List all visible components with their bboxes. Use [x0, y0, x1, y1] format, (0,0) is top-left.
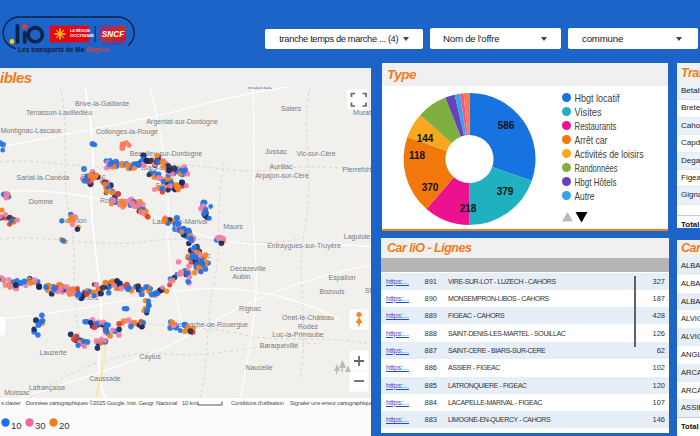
svg-text:370: 370 [422, 182, 439, 193]
svg-text:Caussade: Caussade [89, 375, 121, 382]
svg-text:Arrêt car: Arrêt car [575, 134, 608, 146]
svg-text:Villefranche-de-Rouergue: Villefranche-de-Rouergue [168, 321, 248, 329]
svg-text:144: 144 [417, 133, 434, 144]
svg-text:Murat: Murat [353, 109, 371, 116]
svg-text:Bozouls: Bozouls [320, 288, 345, 295]
svg-text:586: 586 [498, 120, 515, 131]
svg-text:Naucelle: Naucelle [245, 364, 272, 371]
svg-text:Aubin: Aubin [233, 273, 251, 280]
svg-text:Baraqueville: Baraqueville [260, 342, 299, 350]
svg-text:Jussac: Jussac [265, 148, 287, 155]
svg-text:Entraygues-sur-Truyère: Entraygues-sur-Truyère [267, 242, 341, 250]
svg-text:Luc-la-Primaube: Luc-la-Primaube [272, 331, 323, 338]
svg-text:St-Ge: St-Ge [365, 287, 371, 294]
svg-text:379: 379 [497, 186, 514, 197]
svg-text:Brive-la-Gaillarde: Brive-la-Gaillarde [75, 100, 129, 107]
svg-text:Restaurants: Restaurants [575, 120, 617, 132]
svg-text:Argentat-sur-Dordogne: Argentat-sur-Dordogne [146, 118, 218, 126]
svg-text:Moissac: Moissac [4, 389, 30, 396]
svg-text:Rignac: Rignac [239, 305, 261, 313]
svg-text:Vic-sur-Cère: Vic-sur-Cère [296, 150, 335, 157]
svg-text:Pierrefort: Pierrefort [343, 166, 371, 173]
svg-text:Lauzerte: Lauzerte [39, 349, 66, 356]
svg-text:Aurillac: Aurillac [270, 163, 293, 170]
svg-text:Arpajon-sur-Cère: Arpajon-sur-Cère [255, 172, 309, 180]
svg-text:Collonges-la-Rouge: Collonges-la-Rouge [96, 128, 158, 136]
svg-text:Salers: Salers [281, 105, 301, 112]
svg-text:Hbgt Hôtels: Hbgt Hôtels [575, 176, 617, 188]
svg-text:SNCF: SNCF [102, 30, 125, 39]
svg-text:Onet-le-Château: Onet-le-Château [282, 314, 334, 321]
svg-text:Lafrançaise: Lafrançaise [29, 384, 65, 392]
svg-text:Montignac-Lascaux: Montignac-Lascaux [1, 127, 62, 135]
svg-text:Les transports de Ma Région: Les transports de Ma Région [18, 46, 109, 54]
svg-text:Terrasson-Lavilledieu: Terrasson-Lavilledieu [26, 109, 92, 116]
svg-text:Hbgt locatif: Hbgt locatif [575, 92, 621, 104]
svg-text:Randonnées: Randonnées [575, 162, 618, 174]
svg-text:Caylus: Caylus [139, 353, 161, 361]
svg-text:Rodez: Rodez [298, 323, 319, 330]
svg-text:Visites: Visites [575, 106, 602, 118]
svg-text:Espalion: Espalion [329, 274, 356, 282]
svg-text:218: 218 [460, 203, 477, 214]
svg-text:118: 118 [409, 150, 426, 161]
svg-text:Maurs: Maurs [223, 223, 243, 230]
svg-text:OCCITANIE: OCCITANIE [70, 33, 94, 38]
svg-text:Activités de loisirs: Activités de loisirs [575, 148, 644, 160]
svg-text:Sarlat-la-Canéda: Sarlat-la-Canéda [17, 174, 70, 181]
svg-text:Domme: Domme [29, 198, 54, 205]
svg-text:Decazeville: Decazeville [230, 265, 266, 272]
svg-text:Autre: Autre [575, 190, 595, 202]
svg-text:Mauriac: Mauriac [248, 87, 273, 90]
svg-text:Laguiole: Laguiole [344, 233, 371, 241]
